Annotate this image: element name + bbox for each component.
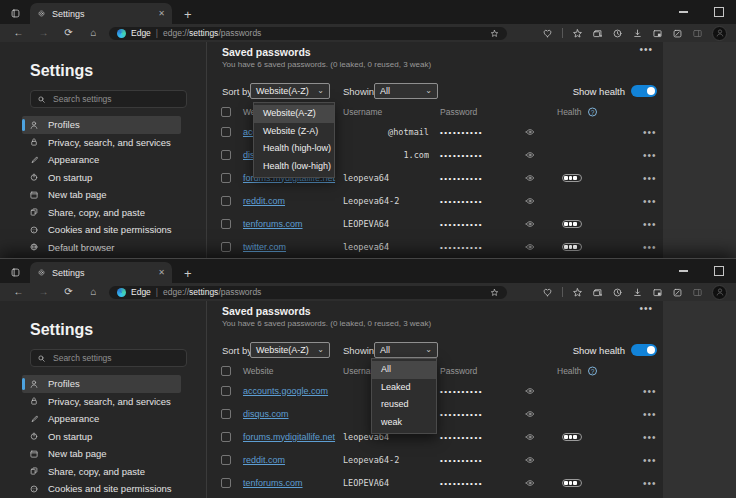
search-input[interactable] bbox=[51, 352, 180, 364]
maximize-button[interactable] bbox=[714, 266, 724, 276]
showing-select[interactable]: All ⌄ bbox=[374, 342, 438, 358]
row-checkbox[interactable] bbox=[221, 455, 231, 465]
browser-essentials-icon[interactable] bbox=[542, 28, 553, 39]
menu-option[interactable]: Health (high-low) bbox=[254, 140, 334, 158]
reveal-password-icon[interactable] bbox=[525, 478, 535, 488]
website-link[interactable]: reddit.com bbox=[243, 455, 285, 465]
downloads-icon[interactable] bbox=[632, 28, 643, 39]
home-icon[interactable]: ⌂ bbox=[81, 287, 106, 297]
favorites-icon[interactable] bbox=[572, 28, 583, 39]
add-favorite-icon[interactable] bbox=[490, 29, 499, 38]
back-icon[interactable]: ← bbox=[6, 287, 31, 297]
menu-option[interactable]: Health (low-high) bbox=[254, 158, 334, 176]
row-more-button[interactable]: ••• bbox=[643, 454, 657, 465]
row-more-button[interactable]: ••• bbox=[643, 218, 657, 229]
sidebar-toggle-icon[interactable] bbox=[692, 287, 703, 298]
row-checkbox[interactable] bbox=[221, 173, 231, 183]
row-checkbox[interactable] bbox=[221, 242, 231, 252]
reveal-password-icon[interactable] bbox=[525, 409, 535, 419]
sidebar-item-default-browser[interactable]: Default browser bbox=[22, 239, 181, 257]
menu-option[interactable]: Website (Z-A) bbox=[254, 123, 334, 141]
row-more-button[interactable]: ••• bbox=[643, 241, 657, 252]
extensions-icon[interactable] bbox=[672, 28, 683, 39]
sidebar-item-cookies-and-site-permissions[interactable]: Cookies and site permissions bbox=[22, 221, 181, 239]
sidebar-item-share-copy-and-paste[interactable]: Share, copy, and paste bbox=[22, 463, 181, 481]
address-bar[interactable]: Edge | edge://settings/passwords bbox=[109, 286, 507, 299]
forward-icon[interactable]: → bbox=[31, 28, 56, 38]
row-more-button[interactable]: ••• bbox=[643, 195, 657, 206]
profile-avatar[interactable] bbox=[712, 285, 727, 300]
row-more-button[interactable]: ••• bbox=[643, 431, 657, 442]
apps-icon[interactable] bbox=[652, 287, 663, 298]
row-checkbox[interactable] bbox=[221, 386, 231, 396]
row-checkbox[interactable] bbox=[221, 196, 231, 206]
tab-close-icon[interactable]: ✕ bbox=[158, 10, 165, 18]
row-more-button[interactable]: ••• bbox=[643, 172, 657, 183]
row-checkbox[interactable] bbox=[221, 150, 231, 160]
reveal-password-icon[interactable] bbox=[525, 173, 535, 183]
menu-option[interactable]: Website(A-Z) bbox=[254, 105, 334, 123]
reveal-password-icon[interactable] bbox=[525, 432, 535, 442]
reveal-password-icon[interactable] bbox=[525, 455, 535, 465]
reveal-password-icon[interactable] bbox=[525, 127, 535, 137]
website-link[interactable]: twitter.com bbox=[243, 242, 286, 252]
reveal-password-icon[interactable] bbox=[525, 196, 535, 206]
favorites-icon[interactable] bbox=[572, 287, 583, 298]
sidebar-item-profiles[interactable]: Profiles bbox=[22, 116, 181, 134]
apps-icon[interactable] bbox=[652, 28, 663, 39]
select-all-checkbox[interactable] bbox=[221, 107, 231, 117]
sort-by-select[interactable]: Website(A-Z) ⌄ bbox=[250, 83, 330, 99]
row-checkbox[interactable] bbox=[221, 219, 231, 229]
row-checkbox[interactable] bbox=[221, 409, 231, 419]
sidebar-item-new-tab-page[interactable]: New tab page bbox=[22, 186, 181, 204]
sidebar-item-on-startup[interactable]: On startup bbox=[22, 428, 181, 446]
sidebar-item-privacy-search-and-services[interactable]: Privacy, search, and services bbox=[22, 393, 181, 411]
website-link[interactable]: reddit.com bbox=[243, 196, 285, 206]
menu-option[interactable]: All bbox=[372, 361, 436, 379]
show-health-toggle[interactable] bbox=[631, 85, 657, 97]
home-icon[interactable]: ⌂ bbox=[81, 28, 106, 38]
row-more-button[interactable]: ••• bbox=[643, 149, 657, 160]
collections-icon[interactable] bbox=[592, 28, 603, 39]
back-icon[interactable]: ← bbox=[6, 28, 31, 38]
browser-tab[interactable]: Settings ✕ bbox=[30, 262, 172, 283]
show-health-toggle[interactable] bbox=[631, 344, 657, 356]
section-more-button[interactable]: ••• bbox=[639, 44, 653, 55]
sidebar-item-privacy-search-and-services[interactable]: Privacy, search, and services bbox=[22, 134, 181, 152]
website-link[interactable]: accounts.google.com bbox=[243, 386, 328, 396]
sidebar-item-appearance[interactable]: Appearance bbox=[22, 410, 181, 428]
website-link[interactable]: tenforums.com bbox=[243, 478, 303, 488]
refresh-icon[interactable]: ⟳ bbox=[56, 287, 81, 297]
health-info-icon[interactable]: ? bbox=[588, 367, 597, 376]
extensions-icon[interactable] bbox=[672, 287, 683, 298]
menu-option[interactable]: Leaked bbox=[372, 379, 436, 397]
address-bar[interactable]: Edge | edge://settings/passwords bbox=[109, 27, 507, 40]
minimize-button[interactable] bbox=[679, 11, 688, 13]
settings-search-box[interactable] bbox=[30, 349, 187, 367]
sidebar-item-appearance[interactable]: Appearance bbox=[22, 151, 181, 169]
select-all-checkbox[interactable] bbox=[221, 366, 231, 376]
menu-option[interactable]: weak bbox=[372, 414, 436, 432]
collections-icon[interactable] bbox=[592, 287, 603, 298]
row-more-button[interactable]: ••• bbox=[643, 408, 657, 419]
row-checkbox[interactable] bbox=[221, 432, 231, 442]
refresh-icon[interactable]: ⟳ bbox=[56, 28, 81, 38]
downloads-icon[interactable] bbox=[632, 287, 643, 298]
search-input[interactable] bbox=[51, 93, 180, 105]
sidebar-item-profiles[interactable]: Profiles bbox=[22, 375, 181, 393]
forward-icon[interactable]: → bbox=[31, 287, 56, 297]
tab-close-icon[interactable]: ✕ bbox=[158, 269, 165, 277]
website-link[interactable]: tenforums.com bbox=[243, 219, 303, 229]
reveal-password-icon[interactable] bbox=[525, 242, 535, 252]
health-info-icon[interactable]: ? bbox=[588, 108, 597, 117]
row-checkbox[interactable] bbox=[221, 478, 231, 488]
new-tab-button[interactable]: + bbox=[184, 8, 192, 21]
sidebar-item-cookies-and-site-permissions[interactable]: Cookies and site permissions bbox=[22, 480, 181, 498]
showing-select[interactable]: All ⌄ bbox=[374, 83, 438, 99]
add-favorite-icon[interactable] bbox=[490, 288, 499, 297]
history-icon[interactable] bbox=[612, 28, 623, 39]
row-more-button[interactable]: ••• bbox=[643, 385, 657, 396]
minimize-button[interactable] bbox=[679, 270, 688, 272]
row-checkbox[interactable] bbox=[221, 127, 231, 137]
history-icon[interactable] bbox=[612, 287, 623, 298]
